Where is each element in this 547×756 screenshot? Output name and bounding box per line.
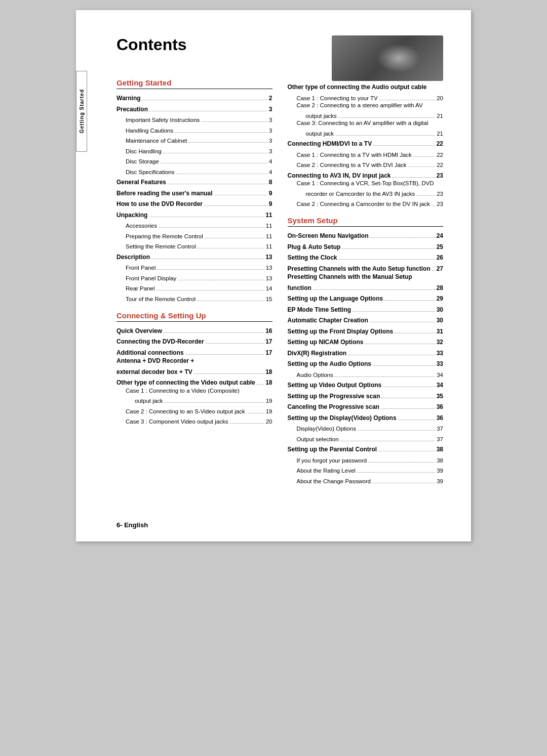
- toc-label: Case 2 : Connecting to an S-Video output…: [116, 408, 245, 414]
- toc-entry: General Features8: [116, 176, 272, 186]
- toc-entry: Unpacking11: [116, 209, 272, 219]
- toc-entry: Warning2: [116, 92, 272, 102]
- toc-label: Presetting Channels with the Manual Setu…: [288, 273, 412, 280]
- toc-label: Connecting HDMI/DVI to a TV: [288, 140, 372, 147]
- toc-dots: [398, 412, 435, 420]
- toc-label: Setting up Video Output Options: [288, 382, 382, 389]
- toc-label: Setting up the Display(Video) Options: [288, 414, 397, 422]
- toc-label: About the Change Password: [288, 478, 371, 484]
- toc-label: Additional connections: [116, 349, 184, 356]
- toc-label: Important Safety Instructions: [116, 117, 200, 123]
- toc-label: Setting up the Front Display Options: [288, 328, 394, 335]
- toc-entry: Output selection37: [288, 433, 444, 442]
- toc-label: Case 1 : Connecting to your TV: [288, 95, 378, 101]
- toc-page-num: 19: [266, 398, 272, 404]
- toc-page-num: 39: [437, 478, 443, 484]
- side-tab: Getting Started: [76, 71, 87, 152]
- toc-page-num: 11: [266, 223, 272, 229]
- toc-label: Other type of connecting the Audio outpu…: [288, 83, 427, 91]
- toc-label: Front Panel: [116, 265, 155, 271]
- toc-entry: Display(Video) Options37: [288, 423, 444, 432]
- toc-entry: output jack19: [116, 395, 272, 404]
- toc-page-num: 3: [269, 106, 272, 113]
- toc-label: Unpacking: [116, 212, 147, 219]
- toc-dots: [161, 155, 267, 163]
- toc-label: Precaution: [116, 106, 148, 113]
- toc-entry: Other type of connecting the Audio outpu…: [288, 83, 444, 91]
- toc-dots: [175, 124, 267, 133]
- toc-entry: Quick Overview16: [116, 325, 272, 334]
- toc-dots: [204, 198, 267, 206]
- toc-page-num: 18: [265, 368, 272, 375]
- toc-page-num: 36: [437, 414, 443, 422]
- toc-dots: [335, 369, 435, 377]
- toc-label: Front Panel Display: [116, 275, 176, 281]
- toc-dots: [247, 405, 264, 413]
- toc-page-num: 33: [437, 360, 443, 367]
- toc-page-num: 36: [437, 403, 443, 410]
- toc-dots: [353, 304, 435, 312]
- section-connecting: Connecting & Setting Up Quick Overview16…: [116, 311, 272, 425]
- toc-page-num: 4: [269, 169, 272, 175]
- toc-entry: Case 2 : Connecting to a TV with DVI Jac…: [288, 159, 444, 168]
- toc-label: recorder or Camcorder to the AV3 IN jack…: [288, 191, 415, 197]
- toc-label: Before reading the user's manual: [116, 190, 213, 197]
- toc-entry: Case 2 : Connecting to an S-Video output…: [116, 405, 272, 414]
- toc-page-num: 13: [265, 254, 272, 261]
- toc-page-num: 20: [266, 418, 272, 425]
- toc-label: Case 1 : Connecting to a TV with HDMI Ja…: [288, 152, 412, 158]
- toc-page-num: 23: [437, 191, 443, 197]
- toc-entry: Antenna + DVD Recorder +: [116, 357, 272, 364]
- right-column: Other type of connecting the Audio outpu…: [288, 69, 444, 485]
- toc-dots: [164, 325, 264, 333]
- toc-list-getting-started: Warning2Precaution3Important Safety Inst…: [116, 92, 272, 302]
- toc-entry: Presetting Channels with the Auto Setup …: [288, 263, 444, 272]
- toc-page-num: 31: [437, 328, 443, 335]
- content-area: Getting Started Warning2Precaution3Impor…: [116, 69, 443, 485]
- footer: 6- English: [116, 521, 148, 529]
- toc-dots: [339, 251, 435, 260]
- toc-page-num: 34: [437, 382, 443, 389]
- toc-label: function: [288, 284, 311, 291]
- toc-label: Setting up the Progressive scan: [288, 393, 380, 400]
- toc-dots: [206, 335, 264, 344]
- toc-label: Disc Handling: [116, 148, 162, 154]
- toc-page-num: 11: [266, 233, 272, 239]
- toc-label: If you forgot your password: [288, 457, 367, 464]
- toc-entry: Automatic Chapter Creation30: [288, 314, 444, 324]
- toc-label: Setting up the Parental Control: [288, 446, 377, 453]
- toc-page-num: 23: [437, 172, 443, 179]
- toc-dots: [313, 282, 435, 290]
- toc-label: external decoder box + TV: [116, 368, 192, 375]
- toc-page-num: 18: [265, 379, 272, 386]
- toc-entry: Setting the Clock26: [288, 251, 444, 261]
- toc-dots: [373, 358, 435, 366]
- toc-page-num: 34: [437, 372, 443, 378]
- toc-entry: Preparing the Remote Control11: [116, 230, 272, 239]
- toc-entry: Plug & Auto Setup25: [288, 241, 444, 250]
- toc-entry: On-Screen Menu Navigation24: [288, 230, 444, 239]
- toc-page-num: 3: [269, 128, 272, 134]
- toc-dots: [214, 187, 267, 195]
- toc-label: Other type of connecting the Video outpu…: [116, 379, 255, 386]
- toc-entry: Precaution3: [116, 103, 272, 113]
- toc-entry: Front Panel13: [116, 262, 272, 271]
- toc-page-num: 17: [265, 349, 272, 356]
- toc-dots: [142, 92, 267, 100]
- toc-page-num: 38: [437, 446, 443, 453]
- toc-entry: If you forgot your password38: [288, 454, 444, 464]
- toc-label: Case 2 : Connecting to a TV with DVI Jac…: [288, 162, 407, 168]
- toc-page-num: 30: [437, 317, 443, 324]
- toc-label: Preparing the Remote Control: [116, 233, 203, 239]
- toc-entry: Setting up the Audio Options33: [288, 358, 444, 367]
- toc-entry: Disc Storage4: [116, 155, 272, 164]
- toc-dots: [338, 110, 435, 118]
- toc-page-num: 14: [266, 285, 272, 291]
- toc-entry: Audio Options34: [288, 369, 444, 378]
- top-image: [332, 35, 443, 81]
- toc-dots: [368, 454, 435, 463]
- toc-dots: [370, 314, 435, 322]
- toc-dots: [185, 347, 264, 355]
- toc-entry: Setting up the Progressive scan35: [288, 390, 444, 400]
- toc-dots: [198, 240, 264, 248]
